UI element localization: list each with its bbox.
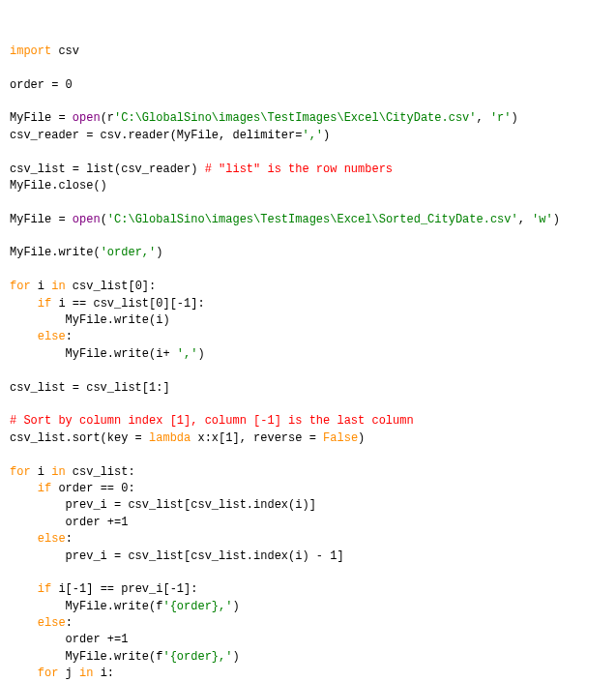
code-line: MyFile = open('C:\GlobalSino\images\Test… — [10, 212, 606, 228]
code-token: order = 0 — [10, 78, 73, 92]
code-token: csv_list[0]: — [66, 280, 157, 293]
code-line — [10, 228, 606, 245]
code-token: ( — [101, 213, 107, 226]
code-token: ',' — [302, 129, 323, 142]
code-token: csv_list: — [66, 465, 135, 479]
code-token: if — [38, 582, 51, 596]
code-line: else: — [10, 615, 606, 632]
code-line — [10, 447, 606, 463]
code-token: for — [10, 280, 31, 293]
code-token: 'C:\GlobalSino\images\TestImages\Excel\S… — [107, 213, 518, 226]
code-line: else: — [10, 531, 606, 548]
code-token: ) — [197, 347, 204, 361]
code-line: order = 0 — [10, 77, 606, 94]
code-line: import csv — [10, 44, 606, 60]
code-token: MyFile = — [10, 111, 73, 125]
code-token: ) — [512, 111, 518, 125]
code-line: else: — [10, 329, 606, 345]
code-token: i — [31, 465, 52, 479]
code-token: 'r' — [490, 111, 512, 125]
code-token: csv_list.sort(key = — [10, 431, 149, 445]
code-token: 'w' — [532, 213, 553, 226]
code-token: ',' — [177, 347, 198, 361]
code-token: ) — [156, 246, 162, 259]
code-line — [10, 194, 606, 211]
code-token: MyFile.write(i) — [10, 313, 170, 327]
code-line: MyFile.write(f'{order},') — [10, 599, 606, 615]
code-line: for j in i: — [10, 666, 606, 682]
code-token: if — [38, 482, 51, 495]
code-token: x:x[1], reverse = — [191, 431, 323, 445]
code-line: csv_list.sort(key = lambda x:x[1], rever… — [10, 430, 606, 447]
code-token: j — [58, 667, 79, 680]
code-line — [10, 144, 606, 161]
code-token: , — [477, 111, 490, 125]
code-token: ) — [232, 600, 239, 613]
code-token: for — [38, 667, 59, 680]
code-line: if i[-1] == prev_i[-1]: — [10, 581, 606, 598]
code-token: (r — [101, 111, 114, 125]
code-line: for i in csv_list: — [10, 464, 606, 481]
code-token: for — [10, 465, 31, 479]
code-token: ) — [232, 650, 239, 664]
code-line — [10, 397, 606, 413]
code-token: : — [66, 532, 73, 546]
code-line: for i in csv_list[0]: — [10, 279, 606, 295]
code-token: in — [79, 667, 93, 680]
code-token: False — [323, 431, 358, 445]
code-token: order == 0: — [51, 482, 134, 495]
code-token — [10, 616, 38, 630]
code-line: csv_reader = csv.reader(MyFile, delimite… — [10, 128, 606, 144]
code-token: csv_list = list(csv_reader) — [10, 163, 205, 176]
code-line: csv_list = list(csv_reader) # "list" is … — [10, 162, 606, 178]
code-token: csv_list = csv_list[1:] — [10, 381, 170, 395]
code-token: MyFile.write(f — [10, 600, 162, 613]
code-line — [10, 60, 606, 76]
code-token: i == csv_list[0][-1]: — [51, 297, 204, 311]
code-line: MyFile.close() — [10, 178, 606, 194]
code-token: , — [518, 213, 532, 226]
code-token: import — [10, 44, 51, 58]
code-token: MyFile.close() — [10, 179, 107, 193]
code-token: ) — [323, 129, 330, 142]
code-line: csv_list = csv_list[1:] — [10, 380, 606, 397]
code-line: # Sort by column index [1], column [-1] … — [10, 413, 606, 430]
code-line: prev_i = csv_list[csv_list.index(i) - 1] — [10, 549, 606, 565]
code-token: else — [38, 616, 66, 630]
code-token: : — [66, 616, 73, 630]
code-line: order +=1 — [10, 632, 606, 648]
code-token: MyFile.write(f — [10, 650, 162, 664]
code-token — [10, 297, 38, 311]
code-token: MyFile.write( — [10, 246, 101, 259]
code-token: # Sort by column index [1], column [-1] … — [10, 414, 414, 428]
code-line: MyFile = open(r'C:\GlobalSino\images\Tes… — [10, 110, 606, 127]
code-line: MyFile.write('order,') — [10, 245, 606, 261]
code-token — [10, 330, 38, 343]
code-token: prev_i = csv_list[csv_list.index(i)] — [10, 498, 316, 512]
code-token: order +=1 — [10, 633, 128, 646]
code-token: lambda — [149, 431, 191, 445]
code-token: ) — [358, 431, 365, 445]
code-token: 'C:\GlobalSino\images\TestImages\Excel\C… — [114, 111, 476, 125]
code-token: : — [66, 330, 73, 343]
code-token — [10, 482, 38, 495]
code-line: if i == csv_list[0][-1]: — [10, 296, 606, 312]
code-token: MyFile = — [10, 213, 73, 226]
code-token: MyFile.write(i+ — [10, 347, 177, 361]
code-token: i[-1] == prev_i[-1]: — [51, 582, 197, 596]
code-token: 'order,' — [101, 246, 157, 259]
code-token — [10, 667, 38, 680]
code-token: ) — [553, 213, 560, 226]
code-line — [10, 94, 606, 110]
code-line: MyFile.write(i) — [10, 312, 606, 329]
code-token: open — [73, 111, 101, 125]
code-token: # "list" is the row numbers — [205, 163, 393, 176]
code-token: prev_i = csv_list[csv_list.index(i) - 1] — [10, 549, 344, 563]
code-token: in — [51, 465, 65, 479]
code-line — [10, 565, 606, 581]
code-token: '{order},' — [162, 600, 232, 613]
code-line — [10, 262, 606, 279]
code-token: in — [51, 280, 65, 293]
code-token: if — [38, 297, 51, 311]
code-token: order +=1 — [10, 516, 128, 529]
